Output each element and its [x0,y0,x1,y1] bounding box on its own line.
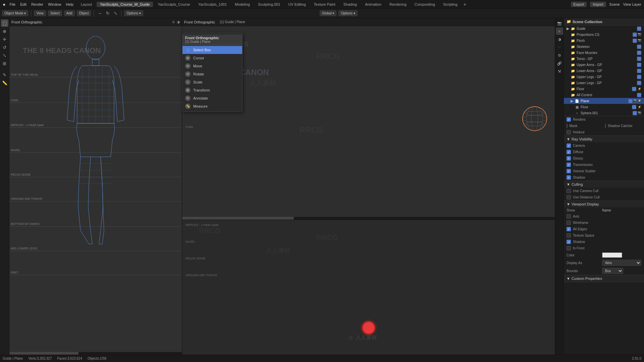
modifiers-icon[interactable]: ⚒ [556,68,563,75]
export-btn[interactable]: Export [571,2,587,7]
vis-checkbox-upper-arms[interactable] [637,63,641,67]
scene-item-lower-arms[interactable]: 📁 Lower Arms - GP [564,68,644,74]
options-btn[interactable]: Options ▾ [124,10,143,16]
shading-toggle[interactable]: ◑ [177,20,180,24]
vis-checkbox-lower-legs[interactable] [637,81,641,85]
add-workspace-btn[interactable]: + [462,2,468,7]
tab-uv-editing[interactable]: UV Editing [285,2,309,7]
tab-shading[interactable]: Shading [340,2,360,7]
scene-item-upper-legs[interactable]: 📁 Upper Legs - GP [564,74,644,80]
menu-render[interactable]: Render [31,2,43,6]
menu-cursor[interactable]: ⊕ Cursor [182,54,242,62]
scene-item-proportions[interactable]: 📁 Proportions CS 📷 [564,32,644,38]
physics-icon[interactable]: ⚙ [556,52,563,59]
right-vp-scrollbar[interactable] [182,217,555,220]
cursor-tool[interactable]: ⊕ [1,27,8,35]
tab-modeling[interactable]: Modeling [231,2,253,7]
menu-transform[interactable]: ⊞ Transform [182,86,242,94]
tab-yansculpts-course[interactable]: YanSculpts_Course [154,2,193,7]
scrollbar-thumb[interactable] [9,352,78,355]
view-menu[interactable]: View [34,10,46,16]
menu-measure[interactable]: 📏 Measure [182,102,242,110]
menu-help[interactable]: Help [66,2,73,6]
menu-file[interactable]: File [9,2,15,6]
vis-checkbox-face[interactable] [637,51,641,55]
scene-item-flesh[interactable]: 📁 Flesh 📷 [564,38,644,44]
mask-checkbox[interactable] [567,124,568,128]
custom-props-header[interactable]: ▼ Custom Properties [564,275,644,282]
vis-checkbox-floor[interactable] [632,87,636,91]
tab-animation[interactable]: Animation [362,2,385,7]
measure-tool[interactable]: 📏 [1,79,8,86]
scene-item-floor-sc[interactable]: 📁 Floor ⚡ [564,86,644,92]
menu-edit[interactable]: Edit [20,2,26,6]
move-tool[interactable]: ✛ [1,36,8,43]
display-as-select[interactable]: Wire Solid Bounds [602,260,641,266]
viewport-display-header[interactable]: ▼ Viewport Display [564,201,644,207]
menu-window[interactable]: Window [48,2,61,6]
renders-checkbox[interactable] [567,117,571,122]
scene-item-upper-arms[interactable]: 📁 Upper Arms - GP [564,62,644,68]
menu-scale[interactable]: ⤡ Scale [182,78,242,86]
ray-visibility-header[interactable]: ▼ Ray Visibility [564,136,644,142]
scale-icon[interactable]: ⤡ [113,11,118,16]
tab-sculpting[interactable]: Sculpting.001 [255,2,284,7]
scale-tool[interactable]: ⤡ [1,52,8,59]
tab-yansculpts-1001[interactable]: YanSculpts_1001 [195,2,230,7]
menu-select-box[interactable]: ⬚ Select Box [182,46,242,54]
vis-checkbox-sphere[interactable] [633,111,637,115]
viewport-content-left[interactable]: RRCG RRCG RRCG RRCG RRCG 人人素材 人人素材 THE 8… [9,26,182,355]
material-icon[interactable]: ◑ [556,36,563,43]
use-camera-cull-checkbox[interactable] [567,189,571,193]
scene-item-all-control[interactable]: 📁 All Control [564,92,644,98]
scene-item-plane[interactable]: ▶ 📄 Plane 📷 ⚡ [564,98,644,104]
vis-checkbox-upper-legs[interactable] [637,75,641,79]
menu-move[interactable]: ✛ Move [182,62,242,70]
culling-header[interactable]: ▼ Culling [564,181,644,188]
rotate-tool[interactable]: ↺ [1,44,8,51]
all-edges-checkbox[interactable] [567,227,571,231]
in-front-checkbox[interactable] [567,246,571,250]
scene-item-skeleton[interactable]: 📁 Skeleton [564,44,644,50]
glossy-checkbox[interactable] [567,156,571,161]
vis-checkbox-proportions[interactable] [633,33,637,37]
tab-compositing[interactable]: Compositing [411,2,438,7]
transform-tool[interactable]: ⊞ [1,60,8,67]
object-mode-dropdown[interactable]: Object Mode ▾ [2,10,28,16]
global-space-dropdown[interactable]: Global ▾ [320,10,337,16]
vis-checkbox-flesh[interactable] [633,39,637,43]
tab-yansculpts-guide[interactable]: YanSculpts_Course_W_Guide [97,2,153,7]
vis-checkbox-guide[interactable] [637,26,641,31]
holdout-checkbox[interactable] [567,130,571,134]
camera-checkbox[interactable] [567,143,571,148]
constraints-icon[interactable]: 🔗 [556,60,563,67]
object-icon[interactable]: ○ [556,27,563,35]
overlay-toggle[interactable]: ⊙ [172,20,175,24]
vis-checkbox-torso[interactable] [637,57,641,61]
right-vp-scrollbar-thumb[interactable] [182,217,294,220]
record-button[interactable] [362,321,375,335]
scene-item-floor2[interactable]: ▦ Floor ⚡ [564,104,644,110]
options-right-btn[interactable]: Options ▾ [338,10,357,16]
move-icon[interactable]: ↔ [97,11,103,16]
add-menu[interactable]: Add [64,10,75,16]
vis-checkbox-plane[interactable] [628,99,633,103]
rotate-icon[interactable]: ↻ [105,11,111,16]
tab-layout[interactable]: Layout [77,2,95,7]
color-swatch[interactable] [602,252,622,258]
diffuse-checkbox[interactable] [567,150,571,154]
shadow-checkbox[interactable] [567,175,571,180]
viewport-scrollbar-h[interactable] [9,352,182,355]
scene-item-guide[interactable]: ▶ 📁 Guide [564,25,644,32]
bounds-select[interactable]: Box Sphere [602,268,623,274]
menu-rotate[interactable]: ↺ Rotate [182,70,242,78]
object-menu[interactable]: Object [77,10,91,16]
select-menu[interactable]: Select [48,10,62,16]
shadow-catcher-checkbox[interactable] [605,124,606,128]
use-distance-cull-checkbox[interactable] [567,195,571,199]
menu-annotate[interactable]: ✎ Annotate [182,94,242,102]
annotate-tool[interactable]: ✎ [1,71,8,78]
tab-scripting[interactable]: Scripting [440,2,461,7]
particles-icon[interactable]: ∷ [556,44,563,51]
texture-space-checkbox[interactable] [567,233,571,238]
